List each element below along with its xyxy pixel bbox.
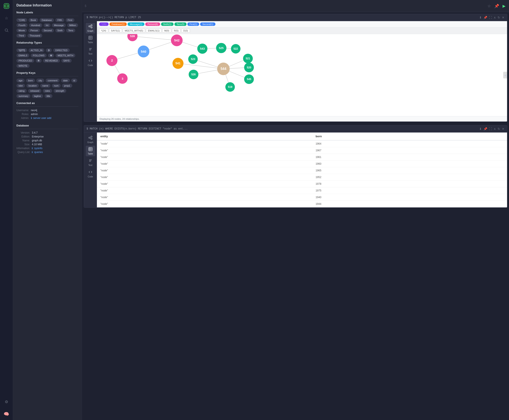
prop-key-tag[interactable]: released	[28, 89, 41, 93]
table-graph-view-btn[interactable]: Graph	[86, 134, 95, 145]
prop-key-tag[interactable]: born	[26, 79, 35, 82]
graph-label-tag[interactable]: First(1)	[187, 22, 199, 26]
graph-node[interactable]: 541	[172, 58, 183, 69]
prop-key-tag[interactable]: strength	[53, 89, 67, 93]
node-label-tag[interactable]: Hundred	[29, 23, 42, 27]
favorite-button[interactable]: ☆	[487, 3, 492, 9]
collapse-graph-btn[interactable]: ∧	[494, 16, 496, 19]
graph-node[interactable]: 542	[171, 35, 183, 46]
rel-label-tag[interactable]: SAYS(1)	[109, 29, 122, 33]
rel-label-tag[interactable]: D(3)	[181, 29, 190, 33]
rel-type-tag[interactable]: D	[46, 48, 52, 52]
graph-label-tag[interactable]: Message(1)	[127, 22, 144, 26]
graph-label-tag[interactable]: Person(6)	[145, 22, 160, 26]
node-label-tag[interactable]: Message	[52, 23, 66, 27]
node-label-tag[interactable]: First	[66, 18, 75, 22]
graph-node[interactable]: 545	[244, 75, 254, 84]
rel-type-tag[interactable]: R	[36, 59, 42, 63]
prop-key-tag[interactable]: age	[16, 79, 25, 82]
run-button[interactable]: ▶	[502, 3, 506, 9]
node-label-tag[interactable]: Fifth	[55, 18, 64, 22]
rel-type-tag[interactable]: *(277)	[16, 48, 27, 52]
graph-node[interactable]: 526	[189, 70, 198, 79]
node-label-tag[interactable]: Database	[39, 18, 54, 22]
rel-type-tag[interactable]: M	[48, 53, 54, 57]
graph-canvas[interactable]: ◀ 53954254054352552252352154154452052654…	[97, 34, 507, 116]
node-label-tag[interactable]: Million	[67, 23, 78, 27]
rel-label-tag[interactable]: MEETS_WITH(5)	[123, 29, 145, 33]
text-view-btn[interactable]: Text	[86, 46, 95, 56]
rel-label-tag[interactable]: *(24)	[99, 29, 108, 33]
rel-type-tag[interactable]: PRODUCED	[16, 59, 34, 63]
graph-view-btn[interactable]: Graph	[86, 23, 95, 33]
table-table-view-btn[interactable]: Table	[86, 146, 95, 156]
node-label-tag[interactable]: Tens	[66, 29, 75, 32]
collapse-table-btn[interactable]: ∧	[494, 127, 496, 131]
search-icon[interactable]	[3, 26, 10, 34]
close-table-btn[interactable]: ✕	[502, 127, 504, 131]
rel-type-tag[interactable]: DIRECTED	[53, 48, 69, 52]
table-view-btn[interactable]: Table	[86, 34, 95, 45]
graph-node[interactable]: 523	[188, 54, 198, 64]
graph-label-tag[interactable]: Tens(9)	[174, 22, 187, 26]
prop-key-tag[interactable]: prop1	[62, 84, 72, 88]
gear-icon[interactable]: ⚙	[3, 398, 10, 406]
prop-key-tag[interactable]: comment	[45, 79, 60, 82]
expand-graph-btn[interactable]: ⛶	[489, 16, 492, 19]
rel-type-tag[interactable]: SAYS	[61, 59, 72, 63]
node-label-tag[interactable]: Int	[44, 23, 51, 27]
graph-node[interactable]: 521	[243, 54, 253, 63]
pin-graph-btn[interactable]: 📌	[484, 16, 487, 19]
node-label-tag[interactable]: Person	[28, 29, 40, 32]
star-icon[interactable]: ☆	[3, 14, 10, 22]
graph-label-tag[interactable]: Sixth(1)	[161, 22, 173, 26]
prop-key-tag[interactable]: roles	[43, 89, 52, 93]
graph-node[interactable]: 522	[231, 44, 240, 53]
prop-key-tag[interactable]: isbn	[16, 84, 25, 88]
query-input[interactable]	[85, 4, 485, 8]
pin-table-btn[interactable]: 📌	[484, 127, 487, 131]
brain-icon[interactable]: 🧠	[3, 410, 10, 418]
rel-label-tag[interactable]: EMAILS(1)	[146, 29, 161, 33]
graph-node[interactable]: 520	[244, 63, 254, 72]
table-code-view-btn[interactable]: Code	[86, 169, 95, 179]
prop-key-tag[interactable]: city	[36, 79, 44, 82]
graph-node[interactable]: 519	[225, 82, 235, 92]
rel-type-tag[interactable]: FOLLOWS	[31, 53, 47, 57]
node-label-tag[interactable]: Movie	[16, 29, 27, 32]
information-link[interactable]: :sysinfo	[34, 147, 43, 150]
node-label-tag[interactable]: Second	[41, 29, 54, 32]
graph-label-tag[interactable]: *(26)	[99, 22, 109, 26]
querylist-link[interactable]: :queries	[34, 151, 43, 154]
code-view-btn[interactable]: Code	[86, 57, 95, 68]
node-label-tag[interactable]: Fourth	[16, 23, 28, 27]
logo-icon[interactable]	[3, 2, 10, 10]
rel-type-tag[interactable]: REVIEWED	[43, 59, 60, 63]
graph-node[interactable]: 525	[216, 43, 226, 53]
rel-label-tag[interactable]: M(9)	[162, 29, 171, 33]
node-label-tag[interactable]: Book	[29, 18, 38, 22]
admin-link[interactable]: :server user add	[33, 117, 51, 120]
rel-type-tag[interactable]: WROTE	[16, 64, 30, 68]
graph-node[interactable]: 539	[127, 34, 138, 41]
rel-type-tag[interactable]: EMAILS	[16, 53, 29, 57]
prop-key-tag[interactable]: title	[45, 94, 52, 98]
graph-node[interactable]: 540	[138, 45, 149, 57]
refresh-table-btn[interactable]: ↻	[498, 127, 500, 131]
pin-button[interactable]: 📌	[494, 3, 500, 9]
prop-key-tag[interactable]: location	[26, 84, 39, 88]
node-label-tag[interactable]: Sixth	[55, 29, 65, 32]
graph-node[interactable]: 2	[106, 55, 117, 66]
graph-label-tag[interactable]: Database(1)	[109, 22, 127, 26]
graph-node[interactable]: 543	[197, 44, 208, 54]
collapse-panel-btn[interactable]: ◀	[503, 72, 507, 79]
graph-node[interactable]: 544	[217, 63, 230, 75]
download-table-btn[interactable]: ⬇	[479, 127, 482, 131]
prop-key-tag[interactable]: date	[61, 79, 70, 82]
rel-type-tag[interactable]: ACTED_IN	[29, 48, 45, 52]
prop-key-tag[interactable]: rating	[16, 89, 27, 93]
graph-node[interactable]: 3	[117, 73, 127, 84]
download-graph-btn[interactable]: ⬇	[479, 16, 482, 19]
rel-type-tag[interactable]: MEETS_WITH	[55, 53, 75, 57]
node-label-tag[interactable]: Thousand	[27, 34, 42, 38]
